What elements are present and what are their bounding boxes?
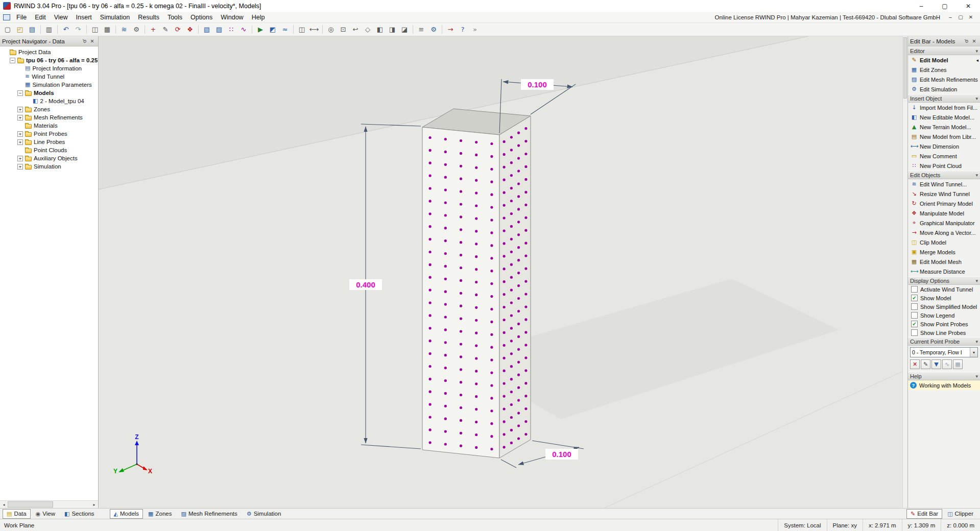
- checkbox-checked-icon[interactable]: ✔: [911, 295, 918, 301]
- tree-item-line-probes[interactable]: +Line Probes: [0, 138, 98, 146]
- menu-insert[interactable]: Insert: [72, 12, 96, 22]
- menu-view[interactable]: View: [50, 12, 72, 22]
- start-simulation-button[interactable]: ▶: [255, 24, 266, 35]
- editbar-item-clip-model[interactable]: ◫Clip Model: [908, 237, 980, 247]
- editbar-item-edit-mesh-refinements[interactable]: ▨Edit Mesh Refinements: [908, 75, 980, 84]
- editbar-item-new-dimension[interactable]: ⟷New Dimension: [908, 141, 980, 151]
- wind-tunnel-button[interactable]: ≋: [118, 24, 130, 35]
- clipping-planes-button[interactable]: ◫: [296, 24, 307, 35]
- toolbar-overflow-button[interactable]: »: [469, 24, 481, 35]
- tab-sections[interactable]: ◧Sections: [60, 509, 99, 519]
- edit-point-probe-button[interactable]: ✎: [921, 359, 930, 369]
- tab-edit-bar[interactable]: ✎Edit Bar: [906, 509, 942, 519]
- tree-item-2-model-tpu-04[interactable]: ◧2 - Model_tpu 04: [0, 97, 98, 105]
- previous-view-button[interactable]: ↩: [350, 24, 361, 35]
- manipulate-model-button[interactable]: ❖: [184, 24, 196, 35]
- tree-item-mesh-refinements[interactable]: +Mesh Refinements: [0, 113, 98, 122]
- orient-model-button[interactable]: ⟳: [172, 24, 183, 35]
- tables-button[interactable]: ▦: [102, 24, 113, 35]
- tree-item-materials[interactable]: Materials: [0, 122, 98, 130]
- close-icon[interactable]: [88, 37, 96, 45]
- editbar-item-edit-simulation[interactable]: ⚙Edit Simulation: [908, 84, 980, 94]
- minimize-button[interactable]: –: [910, 0, 933, 12]
- display-properties-button[interactable]: ≡: [416, 24, 427, 35]
- editbar-item-import-model-from-fil[interactable]: ↓Import Model from Fil...: [908, 103, 980, 112]
- editbar-item-new-terrain-model[interactable]: ▲New Terrain Model...: [908, 122, 980, 132]
- section-header-editor[interactable]: Editor▾: [908, 46, 980, 55]
- checkbox-activate-wind-tunnel[interactable]: Activate Wind Tunnel: [908, 285, 980, 294]
- checkbox-checked-icon[interactable]: ✔: [911, 321, 918, 327]
- section-header-edit-objects[interactable]: Edit Objects▾: [908, 171, 980, 179]
- editbar-item-edit-wind-tunnel[interactable]: ≋Edit Wind Tunnel...: [908, 179, 980, 189]
- checkbox-show-legend[interactable]: Show Legend: [908, 311, 980, 320]
- help-working-with-models[interactable]: Working with Models: [908, 380, 980, 390]
- move-along-vector-button[interactable]: →: [445, 24, 456, 35]
- expand-icon[interactable]: +: [17, 107, 23, 112]
- editbar-item-edit-model[interactable]: ✎Edit Model◂: [908, 55, 980, 65]
- probe-diagram-button[interactable]: ∿: [942, 359, 952, 369]
- expand-icon[interactable]: +: [17, 115, 23, 120]
- checkbox-show-simplified-model[interactable]: Show Simplified Model: [908, 302, 980, 311]
- tab-data[interactable]: ▤Data: [3, 509, 31, 519]
- open-project-button[interactable]: ◰: [14, 24, 26, 35]
- undo-button[interactable]: ↶: [60, 24, 71, 35]
- tree-item-project-information[interactable]: ▤Project Information: [0, 64, 98, 73]
- simulation-parameters-button[interactable]: ⚙: [131, 24, 142, 35]
- print-button[interactable]: ▥: [43, 24, 55, 35]
- editbar-item-edit-model-mesh[interactable]: ▦Edit Model Mesh: [908, 257, 980, 267]
- menu-edit[interactable]: Edit: [31, 12, 50, 22]
- mdi-restore-button[interactable]: ▢: [955, 13, 966, 22]
- new-zone-button[interactable]: ▧: [201, 24, 212, 35]
- viewport-vertical-scrollbar[interactable]: [902, 36, 907, 508]
- options-button[interactable]: ⚙: [428, 24, 439, 35]
- tab-clipper[interactable]: ◫Clipper: [943, 509, 977, 519]
- menu-file[interactable]: File: [12, 12, 31, 22]
- delete-point-probe-button[interactable]: ✕: [910, 359, 920, 369]
- editbar-item-move-along-a-vector[interactable]: →Move Along a Vector...: [908, 228, 980, 237]
- editbar-item-new-editable-model[interactable]: ◧New Editable Model...: [908, 112, 980, 122]
- section-header-current-point-probe[interactable]: Current Point Probe▾: [908, 337, 980, 346]
- menu-options[interactable]: Options: [186, 12, 217, 22]
- tab-view[interactable]: ◉View: [32, 509, 59, 519]
- expand-icon[interactable]: +: [17, 131, 23, 137]
- expand-icon[interactable]: +: [17, 164, 23, 170]
- edit-model-button[interactable]: ✎: [160, 24, 171, 35]
- menu-window[interactable]: Window: [217, 12, 247, 22]
- save-project-button[interactable]: ▤: [27, 24, 38, 35]
- tree-item-point-probes[interactable]: +Point Probes: [0, 130, 98, 138]
- tree-item-wind-tunnel[interactable]: ≋Wind Tunnel: [0, 73, 98, 81]
- editbar-item-edit-zones[interactable]: ▦Edit Zones: [908, 65, 980, 75]
- section-header-display-options[interactable]: Display Options▾: [908, 276, 980, 285]
- point-probe-select[interactable]: 0 - Temporary, Flow I▾: [910, 347, 978, 357]
- pin-icon[interactable]: [81, 37, 88, 45]
- tab-models[interactable]: ◭Models: [110, 509, 144, 519]
- save-point-probe-button[interactable]: ▼: [931, 359, 941, 369]
- tab-simulation[interactable]: ⚙Simulation: [243, 509, 285, 519]
- maximize-button[interactable]: ▢: [933, 0, 957, 12]
- new-mesh-refinement-button[interactable]: ▨: [213, 24, 225, 35]
- tree-item-point-clouds[interactable]: Point Clouds: [0, 146, 98, 154]
- viewport-scrollbar-thumb[interactable]: [903, 37, 907, 99]
- mdi-minimize-button[interactable]: –: [945, 13, 955, 22]
- editbar-item-new-point-cloud[interactable]: ∷New Point Cloud: [908, 161, 980, 171]
- navigator-horizontal-scrollbar[interactable]: ◂ ▸: [0, 500, 98, 508]
- checkbox-show-line-probes[interactable]: Show Line Probes: [908, 328, 980, 337]
- tree-item-simulation[interactable]: +Simulation: [0, 162, 98, 171]
- scrollbar-track[interactable]: [8, 501, 90, 508]
- tree-item-auxiliary-objects[interactable]: +Auxiliary Objects: [0, 154, 98, 162]
- tab-zones[interactable]: ▦Zones: [144, 509, 176, 519]
- editbar-item-resize-wind-tunnel[interactable]: ↘Resize Wind Tunnel: [908, 189, 980, 199]
- probe-table-button[interactable]: ▦: [953, 359, 963, 369]
- editbar-item-merge-models[interactable]: ▣Merge Models: [908, 247, 980, 257]
- animate-flow-button[interactable]: ≈: [279, 24, 291, 35]
- checkbox-show-point-probes[interactable]: ✔Show Point Probes: [908, 320, 980, 328]
- section-header-insert-object[interactable]: Insert Object▾: [908, 94, 980, 103]
- checkbox-unchecked-icon[interactable]: [911, 303, 918, 310]
- mdi-close-button[interactable]: ✕: [966, 13, 976, 22]
- checkbox-unchecked-icon[interactable]: [911, 312, 918, 319]
- checkbox-unchecked-icon[interactable]: [911, 329, 918, 336]
- editbar-item-orient-primary-model[interactable]: ↻Orient Primary Model: [908, 199, 980, 208]
- close-button[interactable]: ✕: [957, 0, 980, 12]
- measure-button[interactable]: ⟷: [308, 24, 320, 35]
- menu-help[interactable]: Help: [248, 12, 269, 22]
